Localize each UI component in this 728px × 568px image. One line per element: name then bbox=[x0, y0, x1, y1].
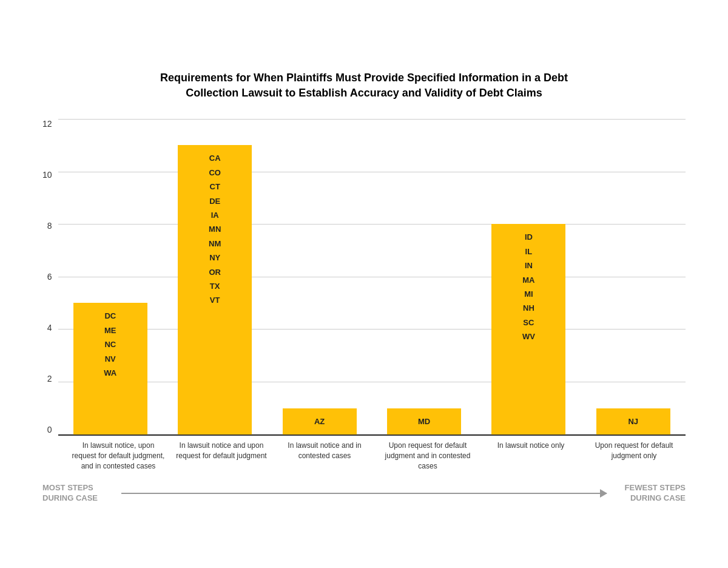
state-label: NV bbox=[105, 352, 116, 366]
y-axis: 121086420 bbox=[42, 119, 58, 434]
state-label: NH bbox=[523, 301, 534, 315]
x-label: In lawsuit notice and upon request for d… bbox=[170, 441, 273, 471]
x-label: In lawsuit notice and in contested cases bbox=[273, 441, 376, 471]
bar-group: IDILINMAMINHSCWV bbox=[476, 119, 581, 434]
state-label: IL bbox=[525, 245, 533, 259]
arrow-label-left: MOST STEPS DURING CASE bbox=[42, 483, 121, 504]
bar-bar5: IDILINMAMINHSCWV bbox=[491, 224, 565, 434]
y-tick: 10 bbox=[42, 170, 52, 180]
x-label: In lawsuit notice, upon request for defa… bbox=[67, 441, 170, 471]
bar-group: AZ bbox=[267, 119, 371, 434]
chart-container: Requirements for When Plaintiffs Must Pr… bbox=[30, 52, 698, 516]
arrow-label-right: FEWEST STEPS DURING CASE bbox=[607, 483, 686, 504]
state-label: CA bbox=[209, 151, 221, 165]
y-tick: 0 bbox=[47, 425, 52, 434]
x-labels-inner: In lawsuit notice, upon request for defa… bbox=[67, 441, 686, 471]
chart-title: Requirements for When Plaintiffs Must Pr… bbox=[42, 70, 686, 101]
state-label: CO bbox=[209, 166, 221, 180]
bar-bar1: DCMENCNVWA bbox=[73, 303, 147, 434]
state-label: DE bbox=[209, 194, 220, 208]
y-tick: 12 bbox=[42, 119, 52, 129]
bar-group: DCMENCNVWA bbox=[58, 119, 163, 434]
state-label: ME bbox=[104, 323, 116, 337]
x-labels-row: In lawsuit notice, upon request for defa… bbox=[42, 441, 686, 471]
state-label: WV bbox=[522, 330, 535, 343]
state-label: NC bbox=[104, 337, 116, 351]
state-label: IN bbox=[525, 259, 533, 272]
state-label: CT bbox=[210, 180, 220, 194]
state-label: ID bbox=[525, 230, 533, 244]
y-tick: 6 bbox=[47, 272, 52, 282]
bar-bar2: CACOCTDEIAMNNMNYORTXVT bbox=[178, 145, 252, 434]
state-label: WA bbox=[104, 366, 116, 380]
x-label: Upon request for default judgment only bbox=[582, 441, 686, 471]
state-label: MA bbox=[522, 273, 534, 287]
x-label: In lawsuit notice only bbox=[479, 441, 582, 471]
plot-area: DCMENCNVWACACOCTDEIAMNNMNYORTXVTAZMDIDIL… bbox=[58, 119, 686, 436]
state-label: AZ bbox=[314, 414, 325, 428]
bar-bar4: MD bbox=[387, 408, 461, 434]
state-label: DC bbox=[104, 309, 116, 323]
bar-group: MD bbox=[372, 119, 476, 434]
arrow-line-container bbox=[121, 487, 607, 499]
chart-area: 121086420 DCMENCNVWACACOCTDEIAMNNMNYORTX… bbox=[42, 119, 686, 436]
y-tick: 4 bbox=[47, 323, 52, 333]
bar-bar6: NJ bbox=[596, 408, 670, 434]
state-label: NJ bbox=[628, 414, 638, 428]
bottom-axis-line bbox=[58, 434, 686, 436]
title-line2: Collection Lawsuit to Establish Accuracy… bbox=[186, 87, 542, 99]
state-label: MD bbox=[418, 414, 430, 428]
state-label: SC bbox=[523, 316, 534, 330]
y-tick: 2 bbox=[47, 374, 52, 384]
arrow-row: MOST STEPS DURING CASE FEWEST STEPS DURI… bbox=[42, 483, 686, 504]
bars-row: DCMENCNVWACACOCTDEIAMNNMNYORTXVTAZMDIDIL… bbox=[58, 119, 686, 434]
state-label: TX bbox=[210, 279, 220, 293]
state-label: VT bbox=[210, 293, 220, 307]
state-label: MI bbox=[524, 287, 533, 301]
state-label: NY bbox=[209, 251, 220, 265]
bar-group: NJ bbox=[581, 119, 686, 434]
title-line1: Requirements for When Plaintiffs Must Pr… bbox=[160, 72, 568, 84]
y-tick: 8 bbox=[47, 221, 52, 231]
state-label: MN bbox=[209, 222, 221, 236]
state-label: NM bbox=[209, 237, 221, 251]
state-label: IA bbox=[211, 208, 219, 222]
arrow-line bbox=[121, 493, 607, 494]
x-label: Upon request for default judgment and in… bbox=[376, 441, 479, 471]
bar-bar3: AZ bbox=[283, 408, 357, 434]
state-label: OR bbox=[209, 265, 221, 279]
bar-group: CACOCTDEIAMNNMNYORTXVT bbox=[163, 119, 267, 434]
